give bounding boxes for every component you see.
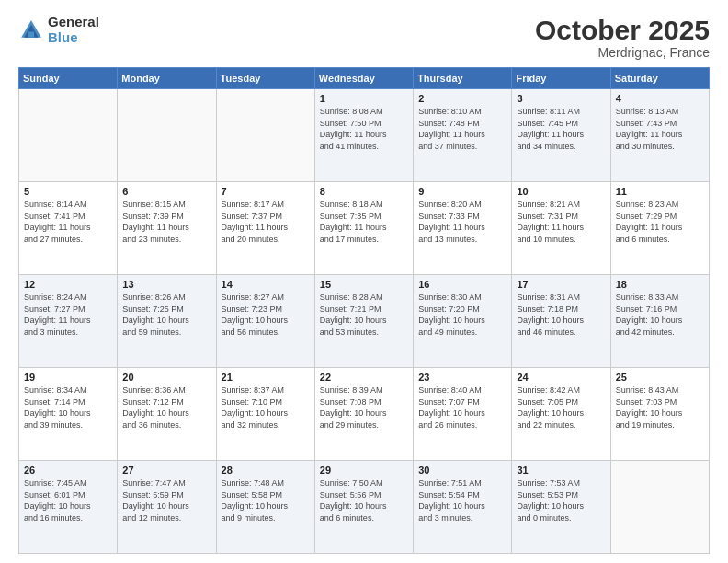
location: Merdrignac, France xyxy=(535,45,710,60)
logo-text: General Blue xyxy=(48,15,99,45)
table-row: 5Sunrise: 8:14 AM Sunset: 7:41 PM Daylig… xyxy=(19,182,118,275)
day-info: Sunrise: 8:37 AM Sunset: 7:10 PM Dayligh… xyxy=(222,385,310,431)
day-info: Sunrise: 7:48 AM Sunset: 5:58 PM Dayligh… xyxy=(222,477,310,523)
day-info: Sunrise: 8:14 AM Sunset: 7:41 PM Dayligh… xyxy=(24,199,112,245)
day-number: 23 xyxy=(418,372,506,383)
day-info: Sunrise: 8:33 AM Sunset: 7:16 PM Dayligh… xyxy=(616,292,704,338)
header-friday: Friday xyxy=(512,68,610,89)
day-info: Sunrise: 8:31 AM Sunset: 7:18 PM Dayligh… xyxy=(517,292,605,338)
day-number: 25 xyxy=(616,372,704,383)
day-info: Sunrise: 8:39 AM Sunset: 7:08 PM Dayligh… xyxy=(320,385,408,431)
day-number: 9 xyxy=(418,186,506,197)
header: General Blue October 2025 Merdrignac, Fr… xyxy=(18,15,710,60)
day-number: 24 xyxy=(517,372,605,383)
day-info: Sunrise: 8:36 AM Sunset: 7:12 PM Dayligh… xyxy=(122,385,210,431)
table-row: 12Sunrise: 8:24 AM Sunset: 7:27 PM Dayli… xyxy=(19,275,118,368)
table-row: 3Sunrise: 8:11 AM Sunset: 7:45 PM Daylig… xyxy=(512,89,610,182)
day-number: 17 xyxy=(517,279,605,290)
table-row: 18Sunrise: 8:33 AM Sunset: 7:16 PM Dayli… xyxy=(610,275,709,368)
day-number: 27 xyxy=(122,465,210,476)
table-row: 2Sunrise: 8:10 AM Sunset: 7:48 PM Daylig… xyxy=(414,89,512,182)
day-info: Sunrise: 8:23 AM Sunset: 7:29 PM Dayligh… xyxy=(616,199,704,245)
day-number: 22 xyxy=(320,372,408,383)
day-info: Sunrise: 8:42 AM Sunset: 7:05 PM Dayligh… xyxy=(517,385,605,431)
table-row xyxy=(610,461,709,554)
table-row: 10Sunrise: 8:21 AM Sunset: 7:31 PM Dayli… xyxy=(512,182,610,275)
table-row: 16Sunrise: 8:30 AM Sunset: 7:20 PM Dayli… xyxy=(414,275,512,368)
table-row xyxy=(118,89,216,182)
day-number: 5 xyxy=(24,186,112,197)
day-number: 20 xyxy=(122,372,210,383)
day-number: 26 xyxy=(24,465,112,476)
day-number: 31 xyxy=(517,465,605,476)
table-row: 20Sunrise: 8:36 AM Sunset: 7:12 PM Dayli… xyxy=(118,368,216,461)
day-info: Sunrise: 7:53 AM Sunset: 5:53 PM Dayligh… xyxy=(517,477,605,523)
day-number: 28 xyxy=(222,465,310,476)
day-number: 18 xyxy=(616,279,704,290)
table-row: 22Sunrise: 8:39 AM Sunset: 7:08 PM Dayli… xyxy=(314,368,413,461)
calendar-row: 5Sunrise: 8:14 AM Sunset: 7:41 PM Daylig… xyxy=(19,182,710,275)
day-number: 11 xyxy=(616,186,704,197)
day-info: Sunrise: 8:27 AM Sunset: 7:23 PM Dayligh… xyxy=(222,292,310,338)
day-info: Sunrise: 7:50 AM Sunset: 5:56 PM Dayligh… xyxy=(320,477,408,523)
day-info: Sunrise: 8:24 AM Sunset: 7:27 PM Dayligh… xyxy=(24,292,112,338)
day-info: Sunrise: 8:21 AM Sunset: 7:31 PM Dayligh… xyxy=(517,199,605,245)
table-row: 15Sunrise: 8:28 AM Sunset: 7:21 PM Dayli… xyxy=(314,275,413,368)
day-info: Sunrise: 8:10 AM Sunset: 7:48 PM Dayligh… xyxy=(418,106,506,152)
day-info: Sunrise: 8:13 AM Sunset: 7:43 PM Dayligh… xyxy=(616,106,704,152)
day-info: Sunrise: 8:15 AM Sunset: 7:39 PM Dayligh… xyxy=(122,199,210,245)
day-info: Sunrise: 8:17 AM Sunset: 7:37 PM Dayligh… xyxy=(222,199,310,245)
calendar-row: 1Sunrise: 8:08 AM Sunset: 7:50 PM Daylig… xyxy=(19,89,710,182)
header-wednesday: Wednesday xyxy=(314,68,413,89)
logo-blue-text: Blue xyxy=(48,30,99,46)
table-row: 14Sunrise: 8:27 AM Sunset: 7:23 PM Dayli… xyxy=(216,275,314,368)
day-info: Sunrise: 8:28 AM Sunset: 7:21 PM Dayligh… xyxy=(320,292,408,338)
table-row: 8Sunrise: 8:18 AM Sunset: 7:35 PM Daylig… xyxy=(314,182,413,275)
day-number: 14 xyxy=(222,279,310,290)
day-number: 7 xyxy=(222,186,310,197)
calendar-row: 19Sunrise: 8:34 AM Sunset: 7:14 PM Dayli… xyxy=(19,368,710,461)
table-row: 4Sunrise: 8:13 AM Sunset: 7:43 PM Daylig… xyxy=(610,89,709,182)
day-info: Sunrise: 8:20 AM Sunset: 7:33 PM Dayligh… xyxy=(418,199,506,245)
day-number: 30 xyxy=(418,465,506,476)
logo-icon xyxy=(18,17,44,43)
day-number: 3 xyxy=(517,93,605,104)
day-info: Sunrise: 7:45 AM Sunset: 6:01 PM Dayligh… xyxy=(24,477,112,523)
day-number: 21 xyxy=(222,372,310,383)
table-row: 29Sunrise: 7:50 AM Sunset: 5:56 PM Dayli… xyxy=(314,461,413,554)
day-number: 15 xyxy=(320,279,408,290)
day-number: 19 xyxy=(24,372,112,383)
day-number: 2 xyxy=(418,93,506,104)
table-row: 21Sunrise: 8:37 AM Sunset: 7:10 PM Dayli… xyxy=(216,368,314,461)
day-info: Sunrise: 8:43 AM Sunset: 7:03 PM Dayligh… xyxy=(616,385,704,431)
calendar-table: Sunday Monday Tuesday Wednesday Thursday… xyxy=(18,67,710,554)
table-row: 7Sunrise: 8:17 AM Sunset: 7:37 PM Daylig… xyxy=(216,182,314,275)
table-row: 26Sunrise: 7:45 AM Sunset: 6:01 PM Dayli… xyxy=(19,461,118,554)
table-row: 13Sunrise: 8:26 AM Sunset: 7:25 PM Dayli… xyxy=(118,275,216,368)
day-info: Sunrise: 8:34 AM Sunset: 7:14 PM Dayligh… xyxy=(24,385,112,431)
calendar-header-row: Sunday Monday Tuesday Wednesday Thursday… xyxy=(19,68,710,89)
table-row: 19Sunrise: 8:34 AM Sunset: 7:14 PM Dayli… xyxy=(19,368,118,461)
logo: General Blue xyxy=(18,15,99,45)
table-row: 9Sunrise: 8:20 AM Sunset: 7:33 PM Daylig… xyxy=(414,182,512,275)
header-saturday: Saturday xyxy=(610,68,709,89)
day-info: Sunrise: 8:40 AM Sunset: 7:07 PM Dayligh… xyxy=(418,385,506,431)
day-number: 8 xyxy=(320,186,408,197)
day-info: Sunrise: 7:47 AM Sunset: 5:59 PM Dayligh… xyxy=(122,477,210,523)
table-row: 28Sunrise: 7:48 AM Sunset: 5:58 PM Dayli… xyxy=(216,461,314,554)
header-tuesday: Tuesday xyxy=(216,68,314,89)
svg-rect-2 xyxy=(28,31,34,37)
day-number: 16 xyxy=(418,279,506,290)
day-number: 1 xyxy=(320,93,408,104)
calendar-row: 12Sunrise: 8:24 AM Sunset: 7:27 PM Dayli… xyxy=(19,275,710,368)
day-info: Sunrise: 8:30 AM Sunset: 7:20 PM Dayligh… xyxy=(418,292,506,338)
table-row: 27Sunrise: 7:47 AM Sunset: 5:59 PM Dayli… xyxy=(118,461,216,554)
logo-general-text: General xyxy=(48,15,99,30)
day-info: Sunrise: 8:11 AM Sunset: 7:45 PM Dayligh… xyxy=(517,106,605,152)
day-number: 4 xyxy=(616,93,704,104)
day-info: Sunrise: 8:18 AM Sunset: 7:35 PM Dayligh… xyxy=(320,199,408,245)
table-row: 24Sunrise: 8:42 AM Sunset: 7:05 PM Dayli… xyxy=(512,368,610,461)
table-row: 25Sunrise: 8:43 AM Sunset: 7:03 PM Dayli… xyxy=(610,368,709,461)
table-row: 6Sunrise: 8:15 AM Sunset: 7:39 PM Daylig… xyxy=(118,182,216,275)
day-number: 10 xyxy=(517,186,605,197)
